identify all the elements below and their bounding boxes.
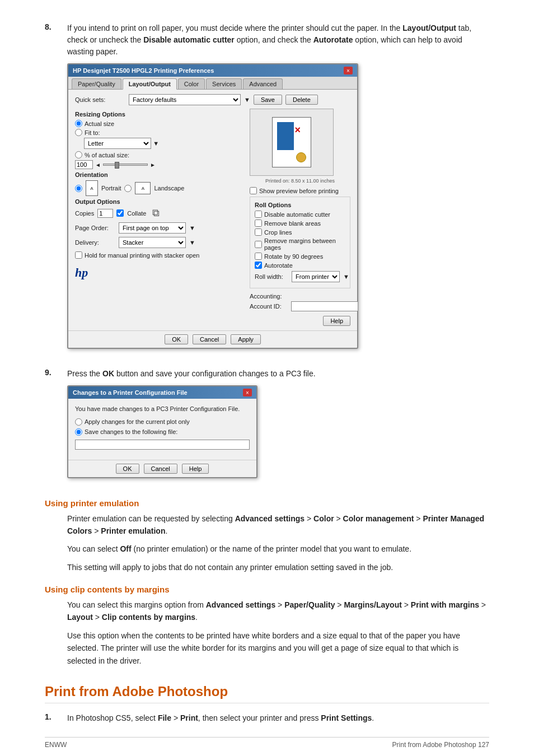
ok-button[interactable]: OK: [165, 334, 188, 344]
photoshop-step1-number: 1.: [45, 712, 57, 730]
printer-emulation-para1: Printer emulation can be requested by se…: [67, 512, 489, 538]
remove-blank-areas-row: Remove blank areas: [255, 220, 345, 227]
copies-input[interactable]: [97, 209, 113, 218]
step-9-block: 9. Press the OK button and save your con…: [45, 368, 489, 487]
crop-lines-row: Crop lines: [255, 228, 345, 236]
rotate-90-row: Rotate by 90 degrees: [255, 253, 345, 260]
pc3-body-text: You have made changes to a PC3 Printer C…: [75, 404, 250, 414]
remove-margins-checkbox[interactable]: [255, 241, 262, 248]
hold-checkbox-row: Hold for manual printing with stacker op…: [75, 251, 243, 259]
fit-to-dropdown[interactable]: Letter: [84, 138, 151, 149]
step-8-number: 8.: [45, 22, 57, 358]
tab-layout-output[interactable]: Layout/Output: [123, 78, 177, 90]
fit-to-radio[interactable]: Fit to:: [75, 129, 243, 136]
footer-left: ENWW: [45, 741, 67, 749]
step-9-text: Press the OK button and save your config…: [67, 368, 489, 380]
pc3-dialog-body: You have made changes to a PC3 Printer C…: [68, 399, 256, 460]
pc3-close-button[interactable]: ×: [243, 389, 252, 396]
step-8-text: If you intend to print on roll paper, yo…: [67, 22, 489, 58]
pc3-cancel-button[interactable]: Cancel: [144, 464, 177, 474]
quick-sets-dropdown[interactable]: Factory defaults: [129, 94, 241, 105]
roll-width-row: Roll width: From printer ▼: [255, 271, 345, 282]
quick-sets-row: Quick sets: Factory defaults ▼ Save Dele…: [75, 94, 350, 105]
show-preview-checkbox[interactable]: [250, 187, 257, 194]
pct-actual-radio[interactable]: % of actual size:: [75, 151, 243, 158]
dialog-right-col: × Printed on: 8.50 x 11.00 inches Show p…: [250, 109, 350, 326]
remove-margins-row: Remove margins between pages: [255, 237, 345, 251]
tab-color[interactable]: Color: [178, 78, 205, 89]
tab-paper-quality[interactable]: Paper/Quality: [72, 78, 121, 89]
pc3-save-radio[interactable]: [75, 428, 82, 436]
clip-contents-heading: Using clip contents by margins: [45, 585, 489, 594]
page-order-dropdown[interactable]: First page on top: [119, 222, 186, 234]
photoshop-step1-block: 1. In Photoshop CS5, select File > Print…: [45, 712, 489, 730]
dropdown-arrow: ▼: [244, 96, 250, 103]
preview-size-text: Printed on: 8.50 x 11.00 inches: [250, 178, 350, 184]
pc3-ok-button[interactable]: OK: [116, 464, 139, 474]
dialog-footer: OK Cancel Apply: [68, 330, 357, 348]
quick-sets-label: Quick sets:: [75, 96, 125, 103]
hold-checkbox[interactable]: [75, 251, 82, 259]
roll-width-dropdown[interactable]: From printer: [292, 271, 340, 282]
tab-advanced[interactable]: Advanced: [243, 78, 283, 89]
dialog-left-col: Resizing Options Actual size Fit to:: [75, 109, 243, 326]
pc3-dialog-title: Changes to a Printer Configuration File: [73, 389, 188, 396]
pc3-radio2-row: Save changes to the following file:: [75, 428, 250, 436]
printer-emulation-content: Printer emulation can be requested by se…: [45, 512, 489, 574]
pc3-file-input[interactable]: [75, 440, 250, 450]
delete-button[interactable]: Delete: [285, 95, 318, 105]
roll-options-group: Roll Options Disable automatic cutter Re…: [250, 197, 350, 288]
disable-auto-cutter-checkbox[interactable]: [255, 211, 262, 218]
clip-contents-para1: You can select this margins option from …: [67, 599, 489, 624]
hp-logo: hp: [75, 265, 88, 279]
preview-x-mark: ×: [294, 124, 301, 136]
portrait-radio[interactable]: [75, 185, 82, 192]
photoshop-heading: Print from Adobe Photoshop: [45, 684, 489, 703]
accounting-section: Accounting: Account ID:: [250, 293, 350, 311]
help-button[interactable]: Help: [323, 316, 350, 326]
printer-emulation-para3: This setting will apply to jobs that do …: [67, 561, 489, 573]
rotate-90-checkbox[interactable]: [255, 253, 262, 260]
pct-slider-row: ◄ ►: [75, 160, 243, 169]
dialog-close-button[interactable]: ×: [344, 67, 353, 74]
page-order-row: Page Order: First page on top ▼: [75, 222, 243, 234]
orientation-title: Orientation: [75, 171, 243, 178]
footer-right: Print from Adobe Photoshop 127: [392, 741, 489, 749]
pct-slider[interactable]: [103, 164, 148, 166]
roll-options-title: Roll Options: [255, 202, 345, 208]
actual-size-radio[interactable]: Actual size: [75, 120, 243, 127]
autorotate-row: Autorotate: [255, 262, 345, 269]
pc3-apply-radio[interactable]: [75, 418, 82, 426]
printer-emulation-section: Using printer emulation Printer emulatio…: [45, 498, 489, 574]
apply-button[interactable]: Apply: [231, 334, 261, 344]
save-button[interactable]: Save: [254, 95, 282, 105]
remove-blank-areas-checkbox[interactable]: [255, 220, 262, 227]
printer-emulation-heading: Using printer emulation: [45, 498, 489, 508]
preview-circle: [296, 152, 306, 162]
tab-services[interactable]: Services: [206, 78, 242, 89]
show-preview-row: Show preview before printing: [250, 187, 350, 194]
account-id-input[interactable]: [291, 301, 358, 311]
output-options-title: Output Options: [75, 198, 243, 205]
dialog-titlebar: HP Designjet T2500 HPGL2 Printing Prefer…: [68, 64, 357, 77]
collate-checkbox[interactable]: [116, 209, 124, 217]
landscape-icon: A: [135, 182, 151, 194]
clip-contents-section: Using clip contents by margins You can s…: [45, 585, 489, 667]
photoshop-section: Print from Adobe Photoshop 1. In Photosh…: [45, 684, 489, 730]
page-footer: ENWW Print from Adobe Photoshop 127: [45, 737, 489, 749]
dialog-tabs: Paper/Quality Layout/Output Color Servic…: [68, 77, 357, 90]
pc3-help-button[interactable]: Help: [182, 464, 209, 474]
preview-content-blue: [277, 122, 294, 150]
delivery-dropdown[interactable]: Stacker: [119, 237, 186, 248]
landscape-radio[interactable]: [124, 185, 132, 192]
cancel-button[interactable]: Cancel: [193, 334, 226, 344]
pc3-dialog: Changes to a Printer Configuration File …: [67, 385, 257, 478]
pct-input[interactable]: [75, 160, 93, 169]
step-8-content: If you intend to print on roll paper, yo…: [67, 22, 489, 358]
crop-lines-checkbox[interactable]: [255, 228, 262, 236]
pc3-dialog-titlebar: Changes to a Printer Configuration File …: [68, 386, 256, 399]
disable-auto-cutter-row: Disable automatic cutter: [255, 211, 345, 218]
autorotate-checkbox[interactable]: [255, 262, 262, 269]
collate-icon: ⧉: [152, 207, 160, 219]
page: 8. If you intend to print on roll paper,…: [0, 0, 534, 756]
